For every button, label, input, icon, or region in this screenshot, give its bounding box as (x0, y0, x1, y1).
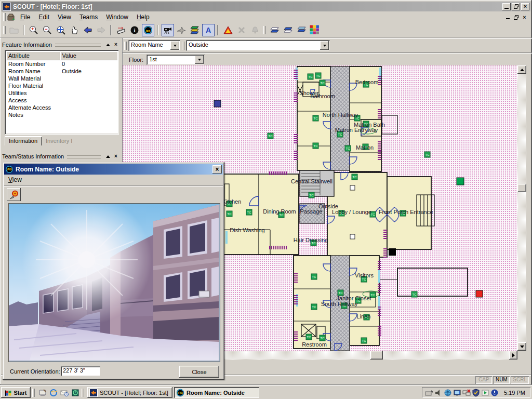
menu-item-view[interactable]: View (54, 12, 75, 22)
close-button[interactable]: × (521, 3, 529, 10)
team-camera-icon[interactable]: TC (309, 192, 314, 198)
scheduler-icon[interactable] (71, 388, 80, 397)
volume-icon[interactable] (434, 389, 443, 397)
table-row[interactable]: Room Number0 (6, 60, 117, 68)
team-camera-icon[interactable]: TC (313, 143, 318, 149)
table-row[interactable]: Access (6, 97, 117, 104)
menu-item-window[interactable]: Window (102, 12, 132, 22)
panel-grip[interactable] (55, 44, 101, 47)
dialog-close-icon[interactable]: × (212, 165, 222, 174)
chevron-down-icon[interactable] (195, 56, 204, 64)
team-camera-icon[interactable]: TC (306, 334, 312, 340)
collapse-panel-button[interactable] (104, 42, 112, 48)
team-camera-icon[interactable]: TC (246, 209, 252, 215)
col-attribute[interactable]: Attribute (6, 51, 60, 60)
alert-triangle-button[interactable] (222, 24, 234, 36)
orientation-field[interactable]: 227 3' 3" (61, 366, 100, 376)
tab-information[interactable]: Information (5, 136, 42, 145)
jet-tool-button[interactable] (175, 24, 188, 36)
close-panel-button[interactable]: × (112, 42, 119, 48)
table-row[interactable]: Notes (6, 111, 117, 118)
java-icon[interactable] (490, 389, 499, 397)
team-camera-icon[interactable]: TC (227, 211, 232, 217)
vertical-scrollbar[interactable] (517, 65, 526, 351)
horizontal-scroll-thumb[interactable] (370, 351, 383, 360)
selector-grip[interactable] (182, 42, 184, 50)
overlay-blue-3-button[interactable] (295, 24, 308, 36)
mdi-minimize-button[interactable] (504, 14, 512, 21)
close-button[interactable]: Close (179, 366, 219, 378)
info-tool-button[interactable]: i (128, 24, 141, 36)
table-row[interactable]: Wall Material (6, 75, 117, 82)
internet-explorer-icon[interactable] (49, 388, 58, 397)
task-button-inactive[interactable]: SCOUT - [Hotel; Floor: 1st] (87, 387, 172, 398)
display-icon[interactable] (453, 389, 461, 397)
show-desktop-icon[interactable] (38, 388, 47, 397)
spin-view-button[interactable] (7, 188, 21, 201)
menu-item-help[interactable]: Help (132, 12, 154, 22)
minimize-button[interactable] (502, 3, 511, 10)
team-camera-icon[interactable]: TC (308, 74, 313, 79)
menu-item-edit[interactable]: Edit (34, 12, 54, 22)
measure-tool-button[interactable] (115, 24, 127, 36)
team-camera-icon[interactable]: TC (411, 291, 417, 297)
scroll-up-button[interactable] (517, 65, 526, 74)
shield-icon[interactable] (472, 389, 480, 397)
overlay-blue-2-button[interactable] (282, 24, 294, 36)
team-camera-icon[interactable]: TC (424, 152, 430, 157)
team-camera-icon[interactable]: TC (345, 145, 351, 151)
tab-inventory[interactable]: Inventory I (42, 137, 76, 145)
floor-combo[interactable]: 1st (147, 55, 205, 65)
status-square-marker[interactable] (457, 178, 464, 185)
label-tool-button[interactable]: A (202, 24, 215, 36)
menu-item-teams[interactable]: Teams (75, 12, 102, 22)
feature-combo[interactable]: Outside (186, 40, 330, 51)
table-row[interactable]: Utilities (6, 89, 117, 97)
team-camera-icon[interactable]: TC (311, 304, 317, 310)
table-row[interactable]: Floor Material (6, 82, 117, 89)
network-error-icon[interactable] (462, 389, 471, 397)
close-panel-button[interactable]: × (112, 153, 119, 160)
pan-hand-button[interactable] (68, 24, 81, 36)
team-camera-icon[interactable]: TC (311, 274, 317, 280)
taskbar-grip[interactable] (32, 389, 35, 397)
overlay-blue-1-button[interactable] (268, 24, 281, 36)
col-value[interactable]: Value (60, 51, 117, 60)
table-row[interactable]: Alternate Access (6, 104, 117, 111)
chevron-down-icon[interactable] (320, 41, 329, 50)
team-camera-icon[interactable]: TC (361, 338, 367, 343)
start-button[interactable]: Start (1, 387, 31, 398)
team-camera-icon[interactable]: TC (315, 73, 321, 78)
chevron-down-icon[interactable] (170, 41, 179, 50)
selector-grip[interactable] (124, 42, 127, 50)
restore-button[interactable] (512, 3, 520, 10)
team-camera-icon[interactable]: TC (313, 115, 318, 121)
panel-grip[interactable] (67, 155, 101, 158)
status-square-marker[interactable] (476, 290, 483, 297)
team-camera-icon[interactable]: TC (352, 174, 357, 180)
task-button-active[interactable]: iPIXRoom Name: Outside (174, 387, 259, 398)
team-camera-icon[interactable]: TC (268, 133, 273, 139)
status-square-marker[interactable] (214, 100, 221, 107)
team-camera-icon[interactable]: TC (320, 80, 325, 86)
collapse-panel-button[interactable] (104, 153, 112, 160)
database-icon[interactable] (481, 389, 489, 397)
mdi-close-button[interactable]: × (521, 14, 528, 21)
menubar-grip[interactable] (3, 13, 6, 21)
dialog-menu-view[interactable]: View (4, 175, 26, 185)
menu-item-file[interactable]: File (16, 12, 34, 22)
ipix-tool-button[interactable]: ipx (142, 24, 154, 36)
category-combo[interactable]: Room Name (128, 40, 180, 51)
scroll-right-button[interactable] (509, 351, 517, 360)
toolbar-grip[interactable] (263, 26, 266, 34)
legend-grid-button[interactable] (309, 24, 321, 36)
camera-tool-button[interactable] (162, 24, 174, 36)
team-camera-icon[interactable]: TC (320, 335, 325, 341)
panorama-photo[interactable] (8, 203, 220, 362)
vertical-scroll-thumb[interactable] (517, 184, 526, 192)
globe-icon[interactable] (444, 389, 452, 397)
table-row[interactable]: Room NameOutside (6, 68, 117, 75)
zoom-extents-button[interactable] (55, 24, 67, 36)
mdi-restore-button[interactable] (512, 14, 520, 21)
tablet-icon[interactable] (425, 389, 433, 397)
